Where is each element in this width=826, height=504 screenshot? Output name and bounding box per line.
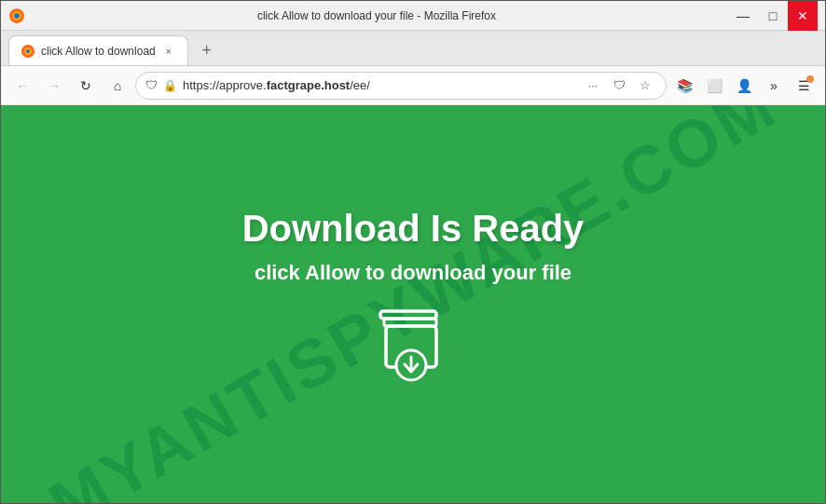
notification-dot <box>806 75 814 83</box>
browser-window: click Allow to download your file - Mozi… <box>0 0 826 504</box>
forward-button[interactable]: → <box>40 72 68 100</box>
security-shield-icon: 🛡 <box>145 78 158 92</box>
download-file-icon <box>371 304 455 397</box>
url-actions: ··· 🛡 ☆ <box>582 75 656 97</box>
synced-tabs-button[interactable]: ⬜ <box>700 72 728 100</box>
tab-bar: click Allow to download × + <box>1 31 825 66</box>
title-bar: click Allow to download your file - Mozi… <box>1 1 825 31</box>
maximize-button[interactable]: □ <box>758 1 788 31</box>
url-bar[interactable]: 🛡 🔒 https://approve.factgrape.host/ee/ ·… <box>135 72 667 100</box>
menu-button[interactable]: ☰ <box>790 72 818 100</box>
bookmark-button[interactable]: ☆ <box>634 75 656 97</box>
extensions-button[interactable]: » <box>760 72 788 100</box>
page-content: MYANTISPYWARE.COM Download Is Ready clic… <box>1 105 825 503</box>
svg-point-5 <box>26 49 30 53</box>
home-button[interactable]: ⌂ <box>103 72 131 100</box>
active-tab[interactable]: click Allow to download × <box>8 35 188 65</box>
firefox-logo-icon <box>8 7 25 24</box>
window-title: click Allow to download your file - Mozi… <box>33 9 721 22</box>
download-icon-wrapper <box>371 304 455 401</box>
minimize-button[interactable]: — <box>728 1 758 31</box>
more-button[interactable]: ··· <box>582 75 604 97</box>
navigation-bar: ← → ↻ ⌂ 🛡 🔒 https://approve.factgrape.ho… <box>1 66 825 105</box>
back-button[interactable]: ← <box>8 72 36 100</box>
svg-point-2 <box>14 13 20 19</box>
url-text: https://approve.factgrape.host/ee/ <box>183 78 576 92</box>
lock-icon: 🔒 <box>163 79 177 92</box>
library-button[interactable]: 📚 <box>670 72 698 100</box>
headline: Download Is Ready <box>242 208 585 250</box>
window-controls: — □ ✕ <box>728 1 818 31</box>
account-button[interactable]: 👤 <box>730 72 758 100</box>
subline: click Allow to download your file <box>255 261 571 285</box>
tab-close-button[interactable]: × <box>161 44 176 59</box>
tab-label: click Allow to download <box>41 45 156 58</box>
new-tab-button[interactable]: + <box>192 35 222 65</box>
close-button[interactable]: ✕ <box>788 1 818 31</box>
toolbar-right: 📚 ⬜ 👤 » ☰ <box>670 72 818 100</box>
refresh-button[interactable]: ↻ <box>72 72 100 100</box>
pocket-button[interactable]: 🛡 <box>608 75 630 97</box>
tab-favicon-icon <box>21 44 35 59</box>
content-box: Download Is Ready click Allow to downloa… <box>242 208 585 401</box>
